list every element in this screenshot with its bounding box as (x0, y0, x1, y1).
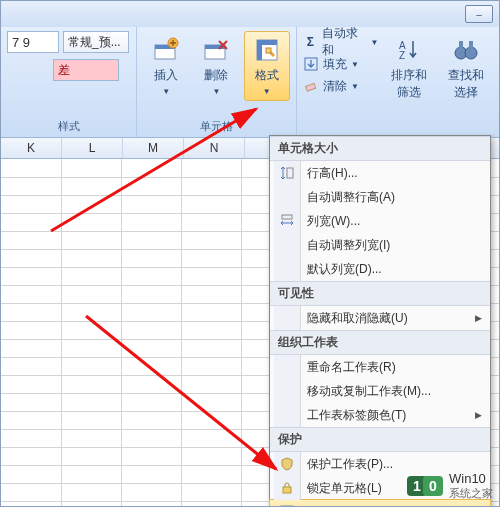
menu-hide-unhide[interactable]: 隐藏和取消隐藏(U) ▶ (270, 306, 490, 330)
svg-rect-16 (469, 41, 473, 49)
watermark: 10 Win10 系统之家 (407, 472, 493, 500)
menu-rename-sheet[interactable]: 重命名工作表(R) (270, 355, 490, 379)
fill-button[interactable]: 填充 ▼ (303, 53, 379, 75)
menu-move-copy-sheet[interactable]: 移动或复制工作表(M)... (270, 379, 490, 403)
menu-col-width[interactable]: 列宽(W)... (270, 209, 490, 233)
caret-down-icon: ▼ (351, 60, 359, 69)
cell-style-bad[interactable]: 差 (53, 59, 119, 81)
ribbon-group-styles: 7 9 常规_预... 差 样式 (1, 27, 137, 137)
svg-rect-19 (283, 487, 291, 493)
menu-row-height[interactable]: 行高(H)... (270, 161, 490, 185)
find-select-button[interactable]: 查找和 选择 (440, 31, 493, 106)
format-button[interactable]: 格式 ▼ (244, 31, 290, 101)
submenu-arrow-icon: ▶ (475, 313, 482, 323)
shield-icon (277, 454, 297, 474)
sigma-icon: Σ (303, 34, 318, 50)
ribbon-group-label-styles: 样式 (7, 117, 130, 137)
delete-cells-icon (202, 36, 230, 64)
delete-button[interactable]: 删除 ▼ (193, 31, 239, 101)
format-cells-icon (277, 502, 297, 507)
column-header[interactable]: L (62, 138, 123, 158)
sort-filter-button[interactable]: AZ 排序和 筛选 (383, 31, 436, 106)
svg-rect-8 (266, 48, 271, 53)
svg-rect-15 (459, 41, 463, 49)
row-height-icon (277, 163, 297, 183)
svg-rect-18 (282, 215, 292, 219)
menu-tab-color[interactable]: 工作表标签颜色(T) ▶ (270, 403, 490, 427)
insert-button[interactable]: 插入 ▼ (143, 31, 189, 101)
number-format-value[interactable]: 7 9 (7, 31, 59, 53)
lock-icon (277, 478, 297, 498)
column-header[interactable]: N (184, 138, 245, 158)
menu-default-width[interactable]: 默认列宽(D)... (270, 257, 490, 281)
cell-style-normal[interactable]: 常规_预... (63, 31, 129, 53)
clear-button[interactable]: 清除 ▼ (303, 75, 379, 97)
binoculars-icon (452, 36, 480, 64)
watermark-sub: 系统之家 (449, 486, 493, 500)
watermark-brand: Win10 (449, 472, 493, 486)
ribbon-group-editing: Σ 自动求和 ▼ 填充 ▼ (297, 27, 499, 137)
ribbon-group-label-cells: 单元格 (143, 117, 290, 137)
svg-rect-10 (306, 83, 316, 91)
dropdown-section-header: 组织工作表 (270, 330, 490, 355)
submenu-arrow-icon: ▶ (475, 410, 482, 420)
minimize-button[interactable]: – (465, 5, 493, 23)
dropdown-section-header: 可见性 (270, 281, 490, 306)
col-width-icon (277, 211, 297, 231)
format-cells-icon (253, 36, 281, 64)
eraser-icon (303, 78, 319, 94)
caret-down-icon: ▼ (351, 82, 359, 91)
menu-format-cells[interactable]: 设置单元格格式 (269, 499, 491, 507)
column-header[interactable]: M (123, 138, 184, 158)
svg-rect-7 (257, 40, 262, 60)
ribbon: 7 9 常规_预... 差 样式 插入 ▼ (1, 27, 499, 138)
insert-cells-icon (152, 36, 180, 64)
column-header[interactable]: K (1, 138, 62, 158)
sort-filter-icon: AZ (395, 36, 423, 64)
app-window: – 7 9 常规_预... 差 样式 (0, 0, 500, 507)
fill-down-icon (303, 56, 319, 72)
ribbon-group-cells: 插入 ▼ 删除 ▼ 格式 ▼ 单元格 (137, 27, 297, 137)
dropdown-section-header: 保护 (270, 427, 490, 452)
caret-down-icon: ▼ (263, 87, 271, 96)
autosum-button[interactable]: Σ 自动求和 ▼ (303, 31, 379, 53)
svg-text:Z: Z (399, 50, 405, 61)
caret-down-icon: ▼ (213, 87, 221, 96)
window-titlebar: – (1, 1, 499, 27)
format-dropdown-menu: 单元格大小 行高(H)... 自动调整行高(A) 列宽(W)... 自动调整列宽… (269, 135, 491, 507)
menu-autofit-col[interactable]: 自动调整列宽(I) (270, 233, 490, 257)
menu-autofit-row[interactable]: 自动调整行高(A) (270, 185, 490, 209)
svg-rect-17 (287, 168, 293, 178)
watermark-logo-icon: 10 (407, 476, 443, 496)
caret-down-icon: ▼ (371, 38, 379, 47)
caret-down-icon: ▼ (162, 87, 170, 96)
dropdown-section-header: 单元格大小 (270, 136, 490, 161)
